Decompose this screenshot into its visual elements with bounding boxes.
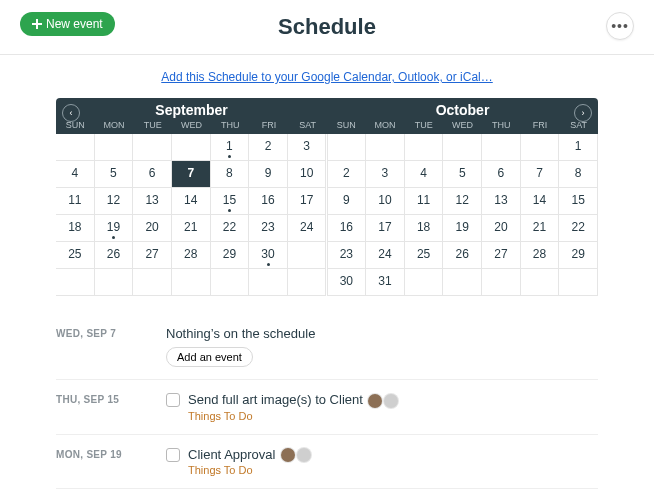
calendar-day-cell (172, 269, 211, 296)
calendar-day-cell[interactable]: 2 (249, 134, 288, 161)
calendar-day-cell[interactable]: 13 (482, 188, 521, 215)
calendar-day-cell (133, 269, 172, 296)
calendar-day-cell[interactable]: 30 (328, 269, 367, 296)
calendar-day-cell[interactable]: 20 (482, 215, 521, 242)
calendar-day-cell[interactable]: 15 (559, 188, 598, 215)
calendar-day-cell[interactable]: 21 (521, 215, 560, 242)
day-of-week-header: FRI (521, 118, 560, 134)
calendar-day-cell[interactable]: 28 (172, 242, 211, 269)
day-of-week-header: WED (172, 118, 211, 134)
calendar-day-cell[interactable]: 1 (211, 134, 250, 161)
calendar-day-cell[interactable]: 9 (249, 161, 288, 188)
calendar-day-cell[interactable]: 5 (95, 161, 134, 188)
calendar-day-cell[interactable]: 6 (133, 161, 172, 188)
calendar-day-cell[interactable]: 23 (249, 215, 288, 242)
calendar-day-cell[interactable]: 7 (521, 161, 560, 188)
day-of-week-header: FRI (250, 118, 289, 134)
event-list-name[interactable]: Things To Do (188, 410, 598, 422)
todo-checkbox[interactable] (166, 448, 180, 462)
calendar-day-cell[interactable]: 8 (211, 161, 250, 188)
calendar-day-cell[interactable]: 10 (288, 161, 327, 188)
calendar-day-cell[interactable]: 18 (56, 215, 95, 242)
calendar-day-cell[interactable]: 12 (95, 188, 134, 215)
calendar-day-cell[interactable]: 17 (288, 188, 327, 215)
new-event-button[interactable]: New event (20, 12, 115, 36)
calendar-day-cell[interactable]: 4 (56, 161, 95, 188)
todo-checkbox[interactable] (166, 393, 180, 407)
calendar-day-cell[interactable]: 26 (443, 242, 482, 269)
calendar-day-cell[interactable]: 27 (133, 242, 172, 269)
calendar-day-cell[interactable]: 20 (133, 215, 172, 242)
calendar-day-cell[interactable]: 13 (133, 188, 172, 215)
calendar-day-cell[interactable]: 22 (559, 215, 598, 242)
calendar-day-cell[interactable]: 16 (328, 215, 367, 242)
calendar-day-cell[interactable]: 17 (366, 215, 405, 242)
calendar-day-cell[interactable]: 12 (443, 188, 482, 215)
calendar-day-cell[interactable]: 31 (366, 269, 405, 296)
calendar-day-cell (56, 269, 95, 296)
more-menu-button[interactable]: ••• (606, 12, 634, 40)
day-of-week-header: THU (482, 118, 521, 134)
calendar-day-cell[interactable]: 25 (56, 242, 95, 269)
agenda-date: THU, SEP 15 (56, 392, 166, 405)
calendar-day-cell[interactable]: 4 (405, 161, 444, 188)
calendar-day-cell[interactable]: 11 (56, 188, 95, 215)
day-of-week-header: MON (95, 118, 134, 134)
calendar-day-cell[interactable]: 7 (172, 161, 211, 188)
calendar-day-cell[interactable]: 29 (559, 242, 598, 269)
calendar-day-cell (249, 269, 288, 296)
calendar-day-cell (443, 269, 482, 296)
event-title[interactable]: Send full art image(s) to Client (188, 392, 398, 408)
calendar-day-cell[interactable]: 24 (366, 242, 405, 269)
calendar-day-cell[interactable]: 8 (559, 161, 598, 188)
prev-month-button[interactable]: ‹ (62, 104, 80, 122)
calendar-day-cell[interactable]: 19 (443, 215, 482, 242)
event-title[interactable]: Client Approval (188, 447, 311, 463)
calendar-day-cell[interactable]: 3 (288, 134, 327, 161)
calendar-day-cell (95, 269, 134, 296)
calendar-day-cell[interactable]: 18 (405, 215, 444, 242)
calendar-day-cell[interactable]: 21 (172, 215, 211, 242)
calendar-day-cell (405, 134, 444, 161)
agenda-date: MON, SEP 19 (56, 447, 166, 460)
calendar-day-cell (56, 134, 95, 161)
plus-icon (32, 19, 42, 29)
next-month-button[interactable]: › (574, 104, 592, 122)
chevron-left-icon: ‹ (70, 108, 73, 118)
event-list-name[interactable]: Things To Do (188, 464, 598, 476)
calendar-day-cell (366, 134, 405, 161)
calendar-day-cell[interactable]: 6 (482, 161, 521, 188)
calendar-day-cell[interactable]: 25 (405, 242, 444, 269)
dots-icon: ••• (611, 18, 629, 34)
calendar-day-cell[interactable]: 1 (559, 134, 598, 161)
calendar-day-cell[interactable]: 10 (366, 188, 405, 215)
calendar-day-cell[interactable]: 24 (288, 215, 327, 242)
calendar-day-cell[interactable]: 14 (521, 188, 560, 215)
agenda-row: FRI, SEP 30Collect Payment/Verify Receip… (56, 488, 598, 500)
calendar-day-cell[interactable]: 3 (366, 161, 405, 188)
calendar-day-cell[interactable]: 26 (95, 242, 134, 269)
day-of-week-header: MON (366, 118, 405, 134)
calendar-day-cell[interactable]: 22 (211, 215, 250, 242)
month-column-left: September SUNMONTUEWEDTHUFRISAT (56, 98, 327, 134)
calendar-day-cell[interactable]: 2 (328, 161, 367, 188)
calendar-day-cell[interactable]: 29 (211, 242, 250, 269)
calendar-day-cell[interactable]: 30 (249, 242, 288, 269)
day-of-week-header: TUE (404, 118, 443, 134)
subscribe-link[interactable]: Add this Schedule to your Google Calenda… (161, 70, 493, 84)
calendar-day-cell[interactable]: 5 (443, 161, 482, 188)
calendar-day-cell[interactable]: 19 (95, 215, 134, 242)
calendar-day-cell[interactable]: 27 (482, 242, 521, 269)
calendar-day-cell[interactable]: 14 (172, 188, 211, 215)
calendar-day-cell[interactable]: 16 (249, 188, 288, 215)
calendar-day-cell[interactable]: 23 (328, 242, 367, 269)
calendar-day-cell (405, 269, 444, 296)
calendar-day-cell[interactable]: 9 (328, 188, 367, 215)
calendar-day-cell[interactable]: 15 (211, 188, 250, 215)
calendar-day-cell[interactable]: 11 (405, 188, 444, 215)
calendar-day-cell[interactable]: 28 (521, 242, 560, 269)
month-column-right: October SUNMONTUEWEDTHUFRISAT (327, 98, 598, 134)
add-event-button[interactable]: Add an event (166, 347, 253, 367)
agenda-row: WED, SEP 7Nothing’s on the scheduleAdd a… (56, 314, 598, 379)
calendar-day-cell (482, 134, 521, 161)
